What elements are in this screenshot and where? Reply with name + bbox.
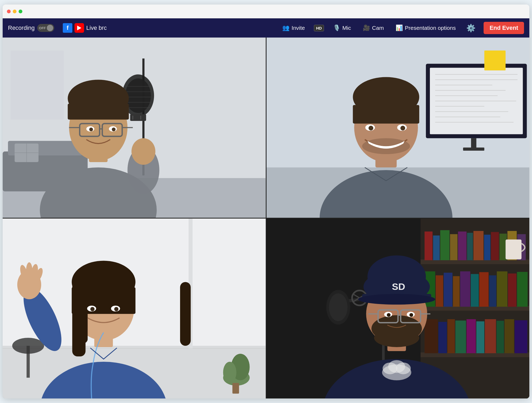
- toggle-off-label: OFF: [39, 26, 46, 30]
- svg-rect-117: [489, 275, 496, 307]
- svg-rect-121: [505, 239, 521, 259]
- svg-point-71: [223, 361, 236, 383]
- svg-rect-51: [471, 138, 476, 149]
- svg-rect-105: [484, 235, 490, 260]
- svg-rect-131: [514, 320, 527, 353]
- svg-rect-119: [508, 273, 516, 307]
- video-cell-top-left: [3, 38, 266, 218]
- svg-rect-116: [479, 272, 488, 307]
- presentation-label: Presentation options: [405, 25, 456, 31]
- svg-rect-112: [443, 273, 452, 307]
- mic-icon: 🎙️: [333, 24, 340, 31]
- svg-point-33: [112, 128, 115, 131]
- svg-rect-118: [497, 271, 507, 307]
- svg-rect-125: [455, 320, 466, 353]
- svg-rect-100: [440, 230, 450, 260]
- svg-rect-101: [450, 234, 457, 260]
- svg-rect-103: [467, 233, 473, 260]
- svg-point-62: [368, 126, 373, 130]
- svg-point-162: [409, 313, 413, 317]
- cam-button[interactable]: 🎥 Cam: [360, 23, 386, 33]
- svg-rect-99: [433, 235, 440, 260]
- svg-point-161: [387, 313, 390, 317]
- youtube-icon[interactable]: [74, 23, 84, 33]
- video-cell-bottom-left: [3, 219, 266, 399]
- svg-point-35: [131, 138, 155, 165]
- video-grid: SD: [3, 38, 529, 398]
- svg-text:SD: SD: [392, 281, 405, 292]
- app-window: Recording OFF f Live brc 👥 Invite: [3, 5, 529, 398]
- close-button[interactable]: [7, 10, 11, 13]
- video-cell-top-right: [267, 38, 530, 218]
- invite-button[interactable]: 👥 Invite: [280, 23, 307, 33]
- video-tr-svg: [267, 38, 530, 218]
- recording-group: Recording OFF: [8, 24, 54, 32]
- youtube-play-icon: [77, 26, 81, 30]
- presentation-icon: 📊: [396, 24, 403, 31]
- svg-rect-123: [438, 322, 447, 353]
- svg-rect-114: [460, 271, 470, 307]
- video-tl-svg: [3, 38, 266, 218]
- svg-point-143: [388, 360, 405, 373]
- presentation-button[interactable]: 📊 Presentation options: [393, 23, 458, 33]
- svg-rect-130: [504, 319, 514, 353]
- svg-rect-115: [471, 274, 479, 307]
- recording-label: Recording: [8, 24, 35, 31]
- mic-button[interactable]: 🎙️ Mic: [330, 23, 354, 33]
- recording-toggle[interactable]: OFF: [37, 24, 54, 32]
- svg-rect-98: [425, 231, 433, 260]
- toolbar-left: Recording OFF f Live brc: [8, 23, 280, 33]
- svg-rect-102: [458, 231, 466, 260]
- cam-icon: 🎥: [363, 24, 370, 31]
- svg-rect-82: [72, 287, 136, 314]
- toggle-knob: [47, 25, 53, 31]
- invite-label: Invite: [292, 25, 305, 31]
- svg-rect-58: [353, 105, 419, 124]
- svg-rect-122: [425, 319, 438, 353]
- maximize-button[interactable]: [19, 10, 22, 13]
- svg-rect-127: [476, 321, 484, 353]
- live-broadcast-label: Live brc: [86, 24, 107, 31]
- svg-rect-106: [491, 232, 499, 260]
- hd-badge[interactable]: HD: [314, 25, 324, 31]
- svg-rect-128: [485, 319, 496, 353]
- svg-point-135: [329, 293, 347, 321]
- svg-rect-111: [436, 275, 443, 307]
- toolbar-right: 👥 Invite HD 🎙️ Mic 🎥 Cam 📊 Presentation …: [280, 22, 524, 34]
- svg-rect-53: [484, 51, 505, 71]
- video-bl-svg: [3, 219, 266, 399]
- svg-point-152: [358, 294, 435, 305]
- svg-rect-126: [466, 319, 476, 353]
- svg-point-32: [89, 128, 93, 131]
- facebook-icon[interactable]: f: [63, 23, 72, 33]
- svg-point-74: [12, 338, 44, 354]
- svg-point-85: [90, 307, 95, 311]
- cam-label: Cam: [372, 25, 384, 31]
- svg-point-147: [374, 328, 419, 347]
- svg-rect-113: [453, 276, 459, 307]
- svg-rect-124: [447, 319, 455, 353]
- live-broadcast-group: f Live brc: [63, 23, 107, 33]
- svg-rect-104: [473, 231, 483, 260]
- invite-icon: 👥: [282, 24, 289, 31]
- minimize-button[interactable]: [13, 10, 16, 13]
- svg-rect-24: [68, 104, 129, 120]
- svg-rect-8: [11, 51, 64, 120]
- title-bar: [3, 5, 529, 18]
- svg-point-86: [114, 307, 118, 311]
- svg-rect-80: [180, 282, 191, 346]
- video-cell-bottom-right: SD: [267, 219, 530, 399]
- svg-point-63: [400, 126, 405, 130]
- svg-rect-120: [517, 272, 527, 307]
- svg-rect-72: [232, 383, 239, 393]
- toolbar: Recording OFF f Live brc 👥 Invite: [3, 18, 529, 38]
- end-event-button[interactable]: End Event: [484, 22, 524, 34]
- svg-rect-129: [496, 321, 504, 353]
- svg-rect-52: [463, 147, 484, 151]
- mic-label: Mic: [342, 25, 351, 31]
- settings-button[interactable]: ⚙️: [465, 22, 477, 34]
- video-br-svg: SD: [267, 219, 530, 399]
